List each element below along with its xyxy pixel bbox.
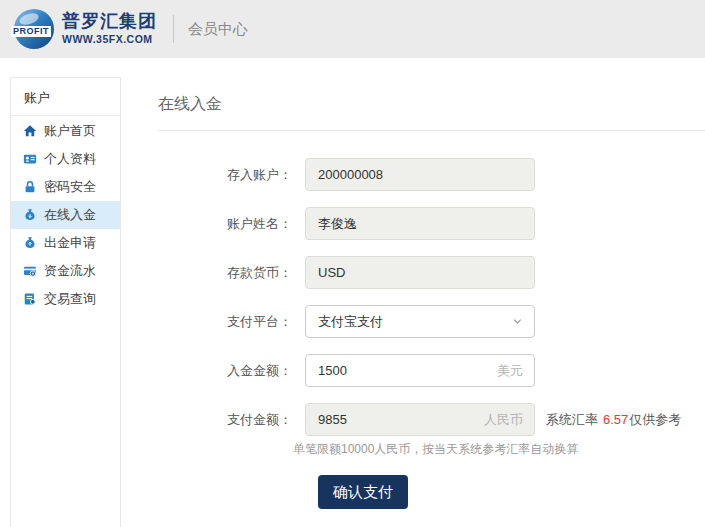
deposit-currency-field <box>305 256 535 289</box>
deposit-currency-label: 存款货币： <box>158 264 305 282</box>
sidebar-item-label: 个人资料 <box>44 150 96 168</box>
header-divider <box>173 15 174 43</box>
home-icon <box>23 124 37 138</box>
deposit-icon <box>23 208 37 222</box>
form-row-payment-amount: 支付金额： 人民币 系统汇率6.57仅供参考 <box>158 403 705 436</box>
form-row-payment-platform: 支付平台： 支付宝支付 <box>158 305 705 338</box>
payment-amount-field <box>305 403 535 436</box>
sidebar-item-label: 资金流水 <box>44 262 96 280</box>
rate-value: 6.57 <box>603 412 628 427</box>
form-row-deposit-account: 存入账户： <box>158 158 705 191</box>
sidebar-item-password-security[interactable]: 密码安全 <box>11 173 120 201</box>
sidebar-item-online-deposit[interactable]: 在线入金 <box>11 201 120 229</box>
sidebar-item-label: 密码安全 <box>44 178 96 196</box>
lock-icon <box>23 180 37 194</box>
sidebar-item-label: 出金申请 <box>44 234 96 252</box>
trade-query-icon <box>23 292 37 306</box>
form-row-deposit-currency: 存款货币： <box>158 256 705 289</box>
form-row-account-name: 账户姓名： <box>158 207 705 240</box>
withdraw-icon <box>23 236 37 250</box>
sidebar-item-label: 交易查询 <box>44 290 96 308</box>
brand-block: 普罗汇集团 WWW.35FX.COM <box>62 12 157 45</box>
sidebar-item-withdraw-request[interactable]: 出金申请 <box>11 229 120 257</box>
payment-platform-label: 支付平台： <box>158 313 305 331</box>
payment-amount-label: 支付金额： <box>158 411 305 429</box>
deposit-amount-input[interactable] <box>305 354 535 387</box>
sidebar-section-title: 账户 <box>11 78 120 115</box>
form-row-deposit-amount: 入金金额： 美元 <box>158 354 705 387</box>
rate-suffix: 仅供参考 <box>629 412 681 427</box>
sidebar-item-label: 账户首页 <box>44 122 96 140</box>
id-card-icon <box>23 152 37 166</box>
sidebar-item-label: 在线入金 <box>44 206 96 224</box>
brand-logo-text: PROFIT <box>11 26 51 37</box>
main-content: 在线入金 存入账户： 账户姓名： 存款货币： 支付平台： 支付宝支付 <box>158 77 705 509</box>
deposit-account-label: 存入账户： <box>158 166 305 184</box>
account-name-field <box>305 207 535 240</box>
header: PROFIT 普罗汇集团 WWW.35FX.COM 会员中心 <box>0 0 705 58</box>
deposit-form: 存入账户： 账户姓名： 存款货币： 支付平台： 支付宝支付 <box>158 158 705 509</box>
brand-globe-icon: PROFIT <box>14 9 54 49</box>
title-divider <box>158 130 705 131</box>
deposit-account-field <box>305 158 535 191</box>
brand-name: 普罗汇集团 <box>62 12 157 32</box>
sidebar-item-trade-query[interactable]: 交易查询 <box>11 285 120 313</box>
sidebar-list: 账户首页 个人资料 密码安全 在线入金 <box>11 116 120 313</box>
sidebar-item-account-home[interactable]: 账户首页 <box>11 117 120 145</box>
chevron-down-icon <box>513 317 522 326</box>
confirm-payment-button[interactable]: 确认支付 <box>318 475 408 509</box>
account-name-label: 账户姓名： <box>158 215 305 233</box>
exchange-rate-note: 系统汇率6.57仅供参考 <box>546 411 681 429</box>
sidebar: 账户 账户首页 个人资料 密码安全 <box>10 77 121 527</box>
brand-url: WWW.35FX.COM <box>62 34 157 46</box>
sidebar-item-funds-flow[interactable]: 资金流水 <box>11 257 120 285</box>
limit-note: 单笔限额10000人民币，按当天系统参考汇率自动换算 <box>293 441 705 458</box>
payment-platform-value: 支付宝支付 <box>318 313 383 331</box>
payment-platform-select[interactable]: 支付宝支付 <box>305 305 535 338</box>
rate-prefix: 系统汇率 <box>546 412 598 427</box>
portal-title: 会员中心 <box>188 20 248 39</box>
deposit-amount-label: 入金金额： <box>158 362 305 380</box>
page-title: 在线入金 <box>158 94 705 115</box>
funds-flow-icon <box>23 264 37 278</box>
sidebar-item-profile[interactable]: 个人资料 <box>11 145 120 173</box>
